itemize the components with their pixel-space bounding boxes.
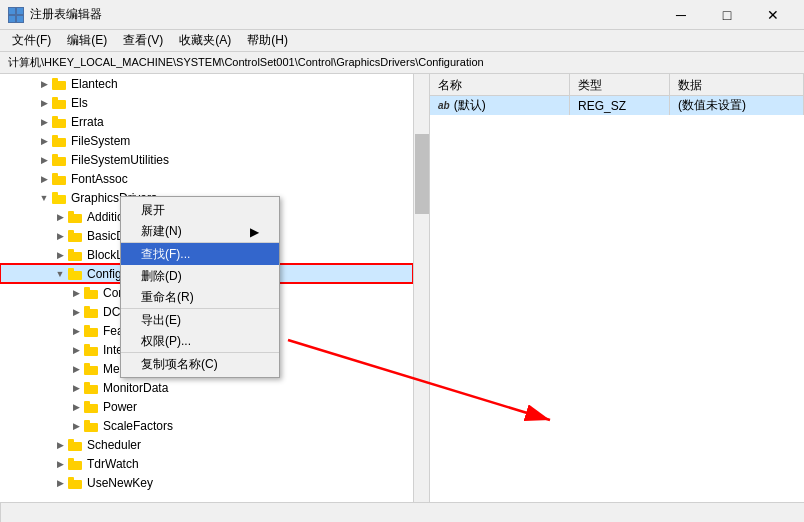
- expand-icon: ▶: [52, 456, 68, 472]
- folder-icon: [68, 476, 84, 490]
- folder-icon: [84, 362, 100, 376]
- registry-row[interactable]: ab (默认) REG_SZ (数值未设置): [430, 96, 804, 115]
- svg-rect-3: [17, 16, 23, 22]
- folder-icon-open: [68, 267, 84, 281]
- ctx-label-find: 查找(F)...: [141, 246, 190, 263]
- folder-icon: [68, 457, 84, 471]
- menu-bar: 文件(F) 编辑(E) 查看(V) 收藏夹(A) 帮助(H): [0, 30, 804, 52]
- title-bar: 注册表编辑器 ─ □ ✕: [0, 0, 804, 30]
- tree-item-fontassoc[interactable]: ▶ FontAssoc: [0, 169, 413, 188]
- folder-icon: [52, 153, 68, 167]
- cell-name-value: (默认): [454, 97, 486, 114]
- maximize-button[interactable]: □: [704, 0, 750, 30]
- expand-icon: ▶: [68, 361, 84, 377]
- tree-item-label: Errata: [71, 115, 104, 129]
- tree-item-monitordata[interactable]: ▶ MonitorData: [0, 378, 413, 397]
- close-button[interactable]: ✕: [750, 0, 796, 30]
- tree-item-label: Power: [103, 400, 137, 414]
- ctx-label-permissions: 权限(P)...: [141, 333, 191, 350]
- tree-item-scheduler[interactable]: ▶ Scheduler: [0, 435, 413, 454]
- folder-icon: [68, 210, 84, 224]
- cell-type: REG_SZ: [570, 96, 670, 115]
- expand-icon: ▶: [36, 95, 52, 111]
- folder-icon: [52, 77, 68, 91]
- expand-icon: ▶: [36, 171, 52, 187]
- expand-icon: ▶: [68, 323, 84, 339]
- folder-icon: [52, 96, 68, 110]
- tree-item-label: FileSystemUtilities: [71, 153, 169, 167]
- folder-icon: [84, 381, 100, 395]
- tree-item-power[interactable]: ▶ Power: [0, 397, 413, 416]
- expand-icon: ▶: [68, 304, 84, 320]
- expand-icon: ▼: [36, 190, 52, 206]
- ctx-item-export[interactable]: 导出(E): [121, 309, 279, 331]
- tree-item-tdrwatch[interactable]: ▶ TdrWatch: [0, 454, 413, 473]
- tree-item-label: Elantech: [71, 77, 118, 91]
- ctx-item-find[interactable]: 查找(F)...: [121, 243, 279, 265]
- ctx-label-copyname: 复制项名称(C): [141, 356, 218, 373]
- tree-item-label: MonitorData: [103, 381, 168, 395]
- svg-rect-2: [9, 16, 15, 22]
- col-header-name: 名称: [430, 74, 570, 95]
- folder-icon: [52, 115, 68, 129]
- ctx-label-rename: 重命名(R): [141, 289, 194, 306]
- tree-item-errata[interactable]: ▶ Errata: [0, 112, 413, 131]
- ctx-arrow-new: ▶: [250, 225, 259, 239]
- tree-item-label: Els: [71, 96, 88, 110]
- ctx-label-expand: 展开: [141, 202, 165, 219]
- tree-item-elantech[interactable]: ▶ Elantech: [0, 74, 413, 93]
- address-path: 计算机\HKEY_LOCAL_MACHINE\SYSTEM\ControlSet…: [8, 55, 484, 70]
- ctx-item-rename[interactable]: 重命名(R): [121, 287, 279, 309]
- ctx-item-delete[interactable]: 删除(D): [121, 265, 279, 287]
- status-divider: [0, 503, 1, 522]
- tree-item-label: ScaleFactors: [103, 419, 173, 433]
- expand-icon: ▶: [68, 418, 84, 434]
- expand-icon: ▶: [36, 76, 52, 92]
- expand-icon: ▶: [68, 399, 84, 415]
- tree-item-usenewkey[interactable]: ▶ UseNewKey: [0, 473, 413, 492]
- menu-file[interactable]: 文件(F): [4, 30, 59, 51]
- folder-icon: [68, 248, 84, 262]
- minimize-button[interactable]: ─: [658, 0, 704, 30]
- tree-scroll-thumb[interactable]: [415, 134, 429, 214]
- expand-icon: ▶: [36, 152, 52, 168]
- window-title: 注册表编辑器: [30, 6, 658, 23]
- tree-item-scalefactors[interactable]: ▶ ScaleFactors: [0, 416, 413, 435]
- tree-item-els[interactable]: ▶ Els: [0, 93, 413, 112]
- status-bar: [0, 502, 804, 522]
- expand-icon: ▶: [52, 209, 68, 225]
- folder-icon: [84, 286, 100, 300]
- menu-edit[interactable]: 编辑(E): [59, 30, 115, 51]
- expand-icon: ▶: [52, 475, 68, 491]
- expand-icon: ▶: [68, 342, 84, 358]
- folder-icon: [52, 134, 68, 148]
- tree-item-label: FileSystem: [71, 134, 130, 148]
- folder-icon: [84, 305, 100, 319]
- expand-icon: ▶: [36, 114, 52, 130]
- ctx-item-permissions[interactable]: 权限(P)...: [121, 331, 279, 353]
- col-header-type: 类型: [570, 74, 670, 95]
- folder-icon: [84, 419, 100, 433]
- folder-icon-open: [52, 191, 68, 205]
- tree-item-filesystemutilities[interactable]: ▶ FileSystemUtilities: [0, 150, 413, 169]
- right-panel-header: 名称 类型 数据: [430, 74, 804, 96]
- tree-item-filesystem[interactable]: ▶ FileSystem: [0, 131, 413, 150]
- svg-rect-1: [17, 8, 23, 14]
- ctx-label-delete: 删除(D): [141, 268, 182, 285]
- app-icon: [8, 7, 24, 23]
- svg-rect-0: [9, 8, 15, 14]
- cell-name: ab (默认): [430, 96, 570, 115]
- context-menu: 展开 新建(N) ▶ 查找(F)... 删除(D) 重命名(R) 导出(E) 权…: [120, 196, 280, 378]
- expand-icon: ▼: [52, 266, 68, 282]
- ctx-item-expand[interactable]: 展开: [121, 199, 279, 221]
- ctx-label-export: 导出(E): [141, 312, 181, 329]
- menu-view[interactable]: 查看(V): [115, 30, 171, 51]
- menu-favorites[interactable]: 收藏夹(A): [171, 30, 239, 51]
- tree-scrollbar[interactable]: [413, 74, 429, 522]
- ctx-item-copyname[interactable]: 复制项名称(C): [121, 353, 279, 375]
- folder-icon: [84, 324, 100, 338]
- ctx-item-new[interactable]: 新建(N) ▶: [121, 221, 279, 243]
- menu-help[interactable]: 帮助(H): [239, 30, 296, 51]
- tree-item-label: UseNewKey: [87, 476, 153, 490]
- tree-item-label: TdrWatch: [87, 457, 139, 471]
